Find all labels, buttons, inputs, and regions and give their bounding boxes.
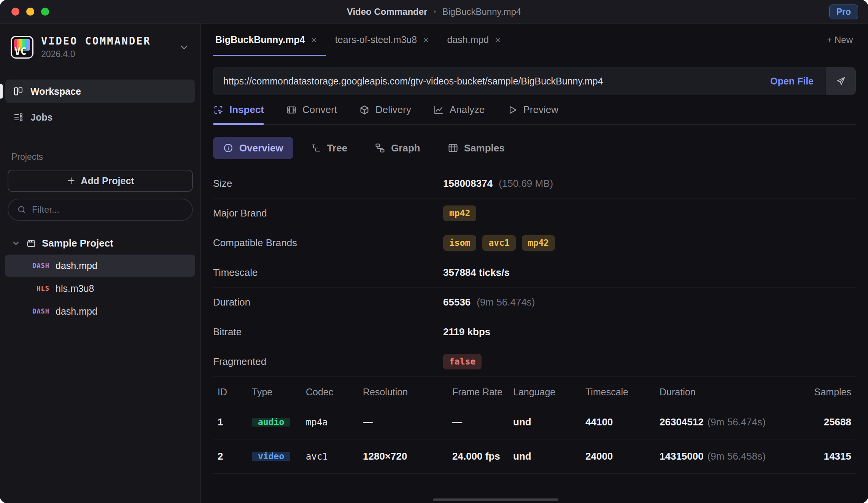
tab-label: Samples: [464, 142, 505, 154]
tab-label: Tree: [327, 142, 348, 154]
overview-row-size: Size 158008374 (150.69 MB): [213, 169, 856, 199]
track-language: und: [513, 450, 531, 462]
track-frame-rate: 24.000 fps: [452, 450, 500, 462]
tab-delivery[interactable]: Delivery: [359, 95, 411, 124]
add-project-label: Add Project: [81, 175, 134, 186]
track-language: und: [513, 416, 531, 428]
kv-label: Major Brand: [213, 207, 443, 219]
graph-nodes-icon: [375, 143, 385, 153]
titlebar-title: Video Commander • BigBuckBunny.mp4: [347, 6, 521, 17]
overview-row-duration: Duration 65536 (9m 56.474s): [213, 288, 856, 317]
close-icon[interactable]: ×: [311, 35, 317, 45]
file-tab-bigbuckbunny[interactable]: BigBuckBunny.mp4 ×: [213, 24, 326, 56]
add-project-button[interactable]: Add Project: [8, 170, 193, 192]
tree-list-icon: [311, 143, 321, 153]
track-id: 2: [218, 450, 223, 462]
chevron-down-icon: [11, 239, 21, 248]
app-title: Video Commander: [347, 6, 428, 17]
kv-label: Timescale: [213, 267, 443, 279]
kv-value: 357884 ticks/s: [443, 267, 510, 279]
tab-graph[interactable]: Graph: [365, 137, 430, 159]
url-bar: Open File: [213, 67, 856, 95]
tab-analyze[interactable]: Analyze: [433, 95, 485, 124]
sidebar-item-label: Workspace: [30, 86, 81, 97]
track-duration: 14315000: [660, 450, 704, 462]
tab-label: Inspect: [229, 104, 264, 116]
search-icon: [17, 205, 27, 215]
table-row-track-2[interactable]: 2 video avc1 1280×720 24.000 fps und 240…: [213, 439, 856, 473]
info-icon: [223, 143, 234, 153]
overview-panel: Size 158008374 (150.69 MB) Major Brand m…: [213, 169, 856, 377]
tab-convert[interactable]: Convert: [286, 95, 337, 124]
zoom-window-button[interactable]: [41, 8, 49, 16]
tree-item-label: dash.mpd: [56, 306, 97, 317]
tree-item-dash-mpd[interactable]: DASH dash.mpd: [5, 255, 195, 277]
kv-label: Size: [213, 178, 443, 189]
tree-item-hls-m3u8[interactable]: HLS hls.m3u8: [5, 277, 195, 299]
filter-input[interactable]: [32, 204, 184, 215]
tree-item-dash-mpd-2[interactable]: DASH dash.mpd: [5, 300, 195, 322]
track-duration-human: (9m 56.458s): [707, 450, 766, 462]
title-separator-dot: •: [433, 7, 436, 16]
jobs-icon: [13, 112, 24, 123]
file-tab-label: BigBuckBunny.mp4: [215, 34, 305, 45]
status-badge: false: [443, 354, 482, 369]
url-input[interactable]: [213, 67, 758, 95]
app-name: VIDEO COMMANDER: [41, 35, 171, 47]
horizontal-scrollbar[interactable]: [433, 498, 558, 501]
chevron-down-icon[interactable]: [178, 41, 190, 53]
close-icon[interactable]: ×: [495, 35, 501, 45]
brand-badge: isom: [443, 235, 476, 251]
sidebar-item-jobs[interactable]: Jobs: [5, 105, 195, 129]
format-badge-dash: DASH: [29, 262, 49, 269]
project-filter: [8, 199, 193, 221]
load-url-button[interactable]: [826, 67, 855, 95]
track-resolution: 1280×720: [363, 450, 407, 462]
send-icon: [836, 76, 846, 86]
track-duration-human: (9m 56.474s): [707, 416, 766, 428]
new-tab-button[interactable]: + New: [823, 24, 856, 56]
brand-badge: mp42: [443, 205, 476, 221]
file-tab-bar: BigBuckBunny.mp4 × tears-of-steel.m3u8 ×…: [213, 24, 856, 56]
logo-text: VC: [14, 46, 26, 57]
close-window-button[interactable]: [11, 8, 19, 16]
overview-row-fragmented: Fragmented false: [213, 347, 856, 377]
kv-label: Compatible Brands: [213, 237, 443, 249]
sidebar-item-workspace[interactable]: Workspace: [5, 80, 195, 103]
track-samples: 25688: [824, 416, 851, 428]
app-identity: VIDEO COMMANDER 2026.4.0: [41, 35, 171, 59]
tracks-table-header: ID Type Codec Resolution Frame Rate Lang…: [213, 379, 856, 405]
kv-value-muted: (9m 56.474s): [477, 296, 535, 308]
table-row-track-1[interactable]: 1 audio mp4a — — und 44100 26304512(9m 5…: [213, 405, 856, 439]
column-header-resolution: Resolution: [363, 387, 452, 398]
file-tab-tears-of-steel[interactable]: tears-of-steel.m3u8 ×: [326, 24, 438, 56]
column-header-type: Type: [252, 387, 306, 398]
tab-label: Overview: [239, 142, 283, 154]
inspect-icon: [213, 105, 224, 115]
tab-inspect[interactable]: Inspect: [213, 95, 264, 124]
minimize-window-button[interactable]: [26, 8, 34, 16]
tree-item-label: hls.m3u8: [56, 283, 94, 294]
close-icon[interactable]: ×: [423, 35, 429, 45]
overview-row-compatible-brands: Compatible Brands isom avc1 mp42: [213, 228, 856, 258]
project-row-sample-project[interactable]: Sample Project: [0, 232, 200, 254]
column-header-id: ID: [218, 387, 252, 398]
project-name: Sample Project: [42, 237, 113, 249]
tab-tree[interactable]: Tree: [301, 137, 358, 159]
kv-value: 158008374: [443, 178, 493, 189]
track-timescale: 44100: [585, 416, 613, 428]
track-resolution: —: [363, 416, 373, 428]
format-badge-dash: DASH: [29, 307, 49, 315]
track-type-badge: audio: [252, 418, 290, 427]
kv-value: 2119 kbps: [443, 326, 490, 338]
open-file-button[interactable]: Open File: [758, 67, 826, 95]
view-tab-bar: Overview Tree Graph: [213, 137, 856, 159]
track-duration: 26304512: [660, 416, 704, 428]
track-samples: 14315: [824, 450, 851, 462]
tab-preview[interactable]: Preview: [507, 95, 558, 124]
column-header-samples: Samples: [804, 387, 851, 398]
app-window: Video Commander • BigBuckBunny.mp4 Pro V…: [0, 0, 868, 503]
tab-samples[interactable]: Samples: [438, 137, 515, 159]
file-tab-dash-mpd[interactable]: dash.mpd ×: [438, 24, 510, 56]
tab-overview[interactable]: Overview: [213, 137, 293, 159]
